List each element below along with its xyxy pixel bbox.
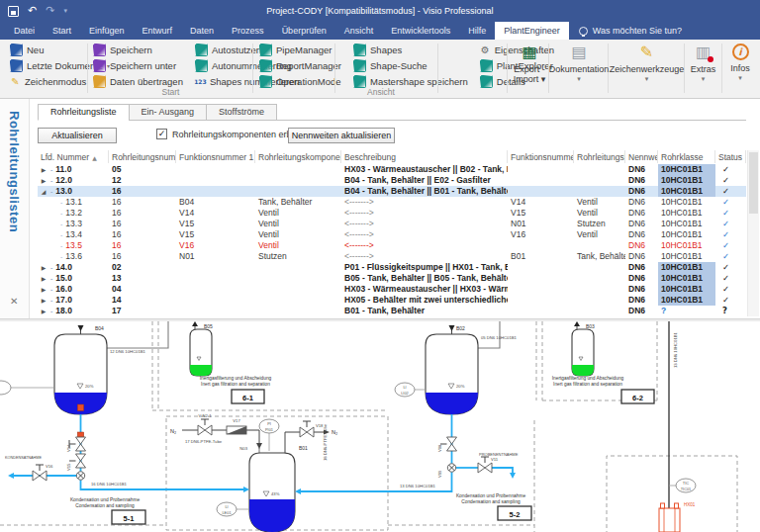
cell-status: ? (715, 306, 746, 316)
valve-v18[interactable] (300, 421, 314, 437)
tell-me[interactable]: Was möchten Sie tun? (579, 22, 682, 40)
refresh-button[interactable]: Aktualisieren (38, 128, 117, 143)
tank-b02[interactable] (426, 325, 478, 416)
ribbon-tab-daten[interactable]: Daten (181, 22, 223, 40)
n2-outlet-label: N₂ (332, 429, 337, 435)
expander-collapsed-icon[interactable]: ▶ (40, 175, 48, 186)
panel-close-icon[interactable]: ✕ (10, 296, 18, 307)
ribbon-bigbutton-infos[interactable]: iInfos▾ (722, 42, 758, 97)
instrument-le01[interactable]: LI LE01 (217, 502, 249, 516)
table-row-18.0[interactable]: ▶-18.017B01 - Tank, BehälterDN6?? (38, 306, 746, 316)
cell-komponente-1 (255, 164, 341, 175)
row-bullet: - (50, 186, 52, 197)
ribbon-bigbutton-dokumentation[interactable]: ▤Dokumentation▾ (550, 42, 608, 97)
ribbon-button-speichern[interactable]: Speichern (91, 43, 185, 57)
ribbon-tab-entwurf[interactable]: Entwurf (134, 22, 182, 40)
column-header-5[interactable]: Funktionsnummer 2 (508, 150, 574, 163)
panel-tab-rohrleitungsliste[interactable]: Rohrleitungsliste (38, 104, 130, 121)
table-row-15.0[interactable]: ▶-15.013B05 - Tank, Behälter || B05 - Ta… (38, 273, 746, 284)
column-header-0[interactable]: Lfd. Nummer▲ (38, 150, 109, 163)
expander-collapsed-icon[interactable]: ▶ (40, 262, 48, 273)
table-row-12.0[interactable]: ▶-12.012B04 - Tank, Behälter || E02 - Ga… (38, 175, 746, 186)
table-row-13.1[interactable]: -13.116B04Tank, Behälter<------->V14Vent… (38, 197, 746, 208)
junction-valve-left[interactable] (76, 472, 84, 480)
tank-b04[interactable] (54, 325, 107, 416)
cell-beschreibung: B04 - Tank, Behälter || B01 - Tank, Behä… (341, 186, 508, 197)
expander-expanded-icon[interactable]: ◢ (40, 186, 48, 197)
ribbon-button-shape-suche[interactable]: Shape-Suche (351, 58, 470, 73)
junction-valve-right[interactable] (447, 464, 455, 472)
ribbon-tab-hilfe[interactable]: Hilfe (459, 22, 495, 40)
column-header-3[interactable]: Rohrleitungskomponente 1 (255, 150, 341, 163)
table-row-14.0[interactable]: ▶-14.002P01 - Flüssigkeitspumpe || HX01 … (38, 262, 746, 273)
instrument-tic01[interactable]: TIC TIC01 (669, 479, 696, 492)
column-header-9[interactable]: Status (715, 150, 746, 163)
autonummerierung-icon (195, 59, 208, 72)
ribbon-tab-datei[interactable]: Datei (5, 22, 44, 40)
expander-collapsed-icon[interactable]: ▶ (40, 164, 48, 175)
cell-nennweite: DN6 (625, 197, 658, 208)
panel-tab-strip: RohrleitungslisteEin- AusgangStoffströme (38, 104, 276, 121)
inherit-checkbox[interactable]: ✓ (156, 129, 167, 139)
filter-b03[interactable] (572, 321, 594, 376)
column-header-2[interactable]: Funktionsnummer 1 (176, 150, 255, 163)
instrument-left-edge[interactable] (0, 381, 54, 395)
table-row-13.5[interactable]: -13.516V16Ventil<------->DN610HC01B1✓ (38, 240, 746, 251)
expander-collapsed-icon[interactable]: ▶ (40, 306, 48, 316)
ribbon-button-speichern-unter[interactable]: Speichern unter (91, 58, 185, 73)
cell-rohrleitungsnummer: 16 (109, 229, 176, 240)
cell-rohrklasse: 10HC01B1 (658, 273, 715, 284)
column-header-6[interactable]: Rohrleitungskompo... (574, 150, 625, 163)
ribbon-button-label: Neu (27, 44, 44, 55)
instrument-pi01[interactable]: PI PI01 (259, 419, 279, 451)
ribbon-button-pipemanager[interactable]: PipeManager (257, 43, 343, 57)
valve-v-n2-1[interactable] (198, 419, 212, 435)
table-row-13.3[interactable]: -13.316V15Ventil<------->N01StutzenDN610… (38, 219, 746, 229)
table-row-11.0[interactable]: ▶-11.005HX03 - Wärmeaustauscher || B02 -… (38, 164, 746, 175)
ribbon-tab-plantengineer[interactable]: PlantEngineer (495, 22, 569, 40)
filter-b05[interactable] (190, 321, 212, 376)
instrument-li02[interactable]: LI LI02 (395, 383, 426, 397)
table-row-13.4[interactable]: -13.416V15Ventil<------->V16VentilDN610H… (38, 229, 746, 240)
expander-collapsed-icon[interactable]: ▶ (40, 284, 48, 295)
table-row-17.0[interactable]: ▶-17.014HX05 - Behälter mit zwei untersc… (38, 295, 746, 306)
ribbon-tab-entwicklertools[interactable]: Entwicklertools (382, 22, 459, 40)
table-row-13.2[interactable]: -13.216V14Ventil<------->V15VentilDN610H… (38, 208, 746, 219)
valve-v14[interactable] (69, 437, 86, 451)
table-row-16.0[interactable]: ▶-16.004HX03 - Wärmeaustauscher || HX03 … (38, 284, 746, 295)
expander-collapsed-icon[interactable]: ▶ (40, 295, 48, 306)
pipe-label-18: 18 DN6-PTFE-Tube (323, 423, 328, 461)
ribbon-tab-überprüfen[interactable]: Überprüfen (273, 22, 335, 40)
ribbon-bigbutton-export-[interactable]: ▦Export -Import ▾ (510, 42, 549, 97)
valve-v11[interactable] (478, 457, 492, 473)
drawing-canvas: PI PI01 LI LE01 LI LI02 TIC TIC01 (0, 321, 760, 532)
panel-tab-stoffstr-me[interactable]: Stoffströme (206, 104, 277, 121)
column-header-4[interactable]: Beschreibung (341, 150, 508, 163)
ribbon-button-shapes[interactable]: Shapes (351, 43, 470, 57)
cell-lfd-nummer: 11.0 (55, 164, 71, 175)
update-nominal-widths-button[interactable]: Nennweiten aktualisieren (288, 128, 395, 143)
check-valve-v17[interactable] (227, 426, 246, 434)
table-row-13.0[interactable]: ◢-13.016B04 - Tank, Behälter || B01 - Ta… (38, 186, 746, 197)
sort-ascending-icon: ▲ (92, 154, 97, 161)
expander-collapsed-icon[interactable]: ▶ (40, 273, 48, 284)
ribbon-bigbutton-zeichenwerkzeuge[interactable]: ✎Zeichenwerkzeuge▾ (610, 42, 684, 97)
table-scrollbar[interactable] (747, 150, 759, 316)
valve-v08[interactable] (440, 437, 457, 451)
table-row-13.6[interactable]: -13.616N01Stutzen<------->B01Tank, Behäl… (38, 251, 746, 262)
column-header-8[interactable]: Rohrklasse (658, 150, 715, 163)
column-header-1[interactable]: Rohrleitungsnummer (109, 150, 176, 163)
valve-v16[interactable] (33, 465, 47, 481)
section-52-ref: 5-2 (510, 510, 521, 519)
scrollbar-thumb[interactable] (749, 152, 758, 214)
ribbon-tab-ansicht[interactable]: Ansicht (335, 22, 383, 40)
ribbon-button-reportmanager[interactable]: ReportManager (257, 58, 343, 73)
panel-tab-ein-ausgang[interactable]: Ein- Ausgang (129, 104, 208, 121)
ribbon-bigbutton-extras[interactable]: ▥Extras▾ (685, 42, 721, 97)
title-bar: ↶ ↷ ▾ Project-CODY [Kompatibilitätsmodus… (0, 0, 760, 22)
valve-v15[interactable] (69, 454, 86, 468)
ribbon-tab-einfügen[interactable]: Einfügen (80, 22, 134, 40)
ribbon-tab-prozess[interactable]: Prozess (223, 22, 273, 40)
ribbon-tab-start[interactable]: Start (44, 22, 80, 40)
column-header-7[interactable]: Nennweite (625, 150, 658, 163)
